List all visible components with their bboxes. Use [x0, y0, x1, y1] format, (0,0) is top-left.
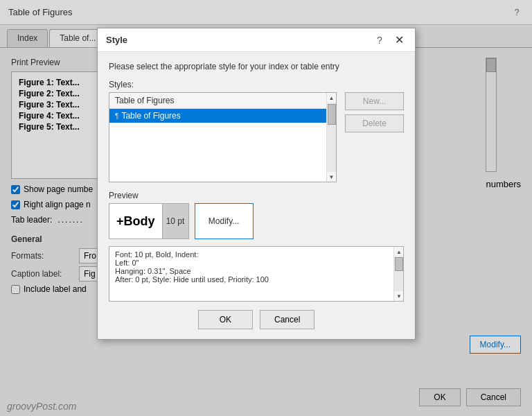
- style-item-table-of-figures[interactable]: ¶ Table of Figures: [109, 109, 336, 123]
- dialog-cancel-button[interactable]: Cancel: [260, 310, 314, 329]
- font-scroll-thumb: [395, 257, 403, 271]
- style-item-icon: ¶: [115, 112, 118, 120]
- font-info-box: Font: 10 pt, Bold, Indent: Left: 0" Hang…: [109, 246, 404, 302]
- scroll-up-arrow[interactable]: ▲: [327, 93, 337, 103]
- font-info-line-2: Left: 0": [115, 259, 398, 267]
- dialog-close-icon[interactable]: ✕: [391, 33, 407, 48]
- styles-label: Styles:: [109, 80, 404, 89]
- dialog-body: Please select the appropriate style for …: [98, 52, 415, 339]
- dialog-titlebar: Style ? ✕: [98, 28, 415, 52]
- style-item-label: Table of Figures: [121, 111, 180, 121]
- delete-style-button[interactable]: Delete: [345, 114, 404, 132]
- font-info-line-4: After: 0 pt, Style: Hide until used, Pri…: [115, 275, 398, 284]
- scroll-thumb: [328, 104, 336, 125]
- font-info-line-3: Hanging: 0.31", Space: [115, 267, 398, 275]
- style-action-buttons: New... Delete: [345, 92, 404, 182]
- dialog-title: Style: [106, 35, 127, 45]
- dialog-title-icons: ? ✕: [372, 33, 407, 48]
- style-list-header: Table of Figures: [109, 93, 336, 109]
- new-style-button[interactable]: New...: [345, 92, 404, 110]
- dialog-instruction: Please select the appropriate style for …: [109, 62, 404, 71]
- font-info-scrollbar[interactable]: ▲ ▼: [393, 247, 403, 301]
- preview-section: Preview +Body 10 pt Modify...: [109, 191, 404, 239]
- preview-label: Preview: [109, 191, 404, 200]
- styles-list: Table of Figures ¶ Table of Figures ▲ ▼: [109, 92, 337, 182]
- scroll-track: [327, 103, 336, 172]
- font-info-line-1: Font: 10 pt, Bold, Indent:: [115, 250, 398, 259]
- styles-scrollbar[interactable]: ▲ ▼: [326, 93, 336, 182]
- preview-text-area: +Body: [109, 204, 162, 239]
- preview-bold-text: +Body: [116, 214, 155, 229]
- font-scroll-down[interactable]: ▼: [394, 291, 404, 301]
- styles-row: Table of Figures ¶ Table of Figures ▲ ▼ …: [109, 92, 404, 182]
- scroll-down-arrow[interactable]: ▼: [327, 172, 337, 182]
- dialog-ok-button[interactable]: OK: [198, 310, 253, 329]
- preview-row: +Body 10 pt Modify...: [109, 203, 404, 239]
- modify-style-button[interactable]: Modify...: [195, 203, 254, 239]
- font-scroll-up[interactable]: ▲: [394, 247, 404, 257]
- dialog-action-buttons: OK Cancel: [109, 310, 404, 329]
- dialog-help-icon[interactable]: ?: [372, 33, 387, 48]
- style-dialog: Style ? ✕ Please select the appropriate …: [97, 28, 416, 340]
- font-scroll-track: [394, 257, 403, 291]
- preview-pt-box: 10 pt: [162, 204, 188, 239]
- preview-area: +Body 10 pt: [109, 203, 189, 239]
